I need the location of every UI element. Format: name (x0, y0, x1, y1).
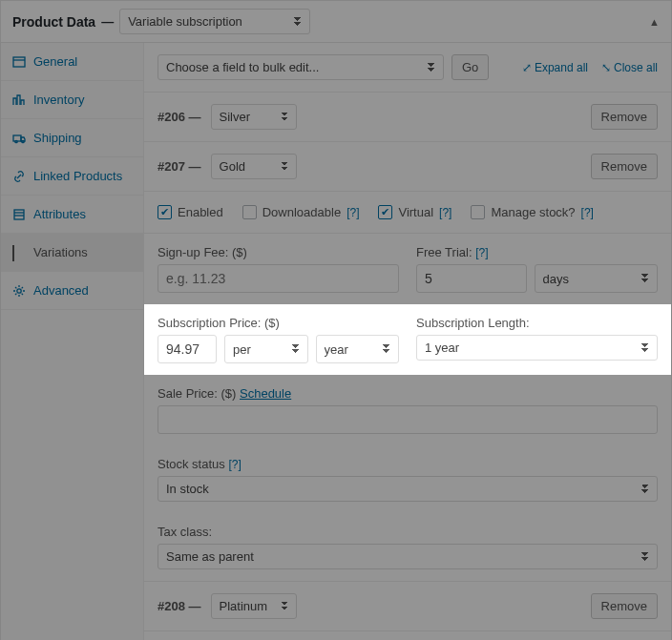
panel-title: Product Data (12, 14, 95, 30)
panel-header: Product Data — Variable subscription ▲ (1, 1, 671, 43)
svg-point-8 (17, 288, 21, 292)
help-icon[interactable]: [?] (228, 458, 241, 471)
inventory-icon (12, 93, 26, 107)
virtual-checkbox[interactable]: ✔Virtual [?] (378, 205, 452, 219)
signup-fee-field: Sign-up Fee: ($) (158, 245, 399, 293)
sale-price-label: Sale Price: ($) Schedule (158, 386, 658, 401)
remove-variation-button[interactable]: Remove (591, 593, 658, 619)
subscription-price-input[interactable] (158, 335, 217, 363)
bulk-go-button[interactable]: Go (452, 54, 489, 80)
downloadable-checkbox[interactable]: Downloadable [?] (242, 205, 360, 219)
tab-shipping[interactable]: Shipping (1, 119, 143, 157)
sale-price-input[interactable] (158, 405, 658, 434)
defaults-row: Defaults: [?] No default Level... Link a… (144, 631, 671, 640)
variation-id: #208 — (158, 599, 201, 613)
attributes-icon (12, 208, 26, 221)
subscription-per-select[interactable]: per (224, 335, 308, 363)
variation-207-body: ✔Enabled Downloadable [?] ✔Virtual [?] M… (144, 192, 671, 582)
linked-icon (12, 170, 26, 183)
tax-class-field: Tax class: Same as parent (144, 513, 671, 581)
variations-main: Choose a field to bulk edit... Go ⤢Expan… (144, 43, 671, 640)
tab-inventory[interactable]: Inventory (1, 81, 143, 119)
sale-price-field: Sale Price: ($) Schedule (144, 375, 671, 445)
tab-general[interactable]: General (1, 43, 143, 81)
stock-status-select[interactable]: In stock (158, 476, 658, 502)
shipping-icon (12, 132, 26, 145)
free-trial-label: Free Trial: [?] (416, 245, 658, 259)
expand-all-link[interactable]: ⤢Expand all (522, 61, 588, 74)
subscription-price-field: Subscription Price: ($) per year (158, 316, 399, 363)
variation-row-207[interactable]: #207 — Gold Remove (144, 142, 671, 192)
subscription-length-field: Subscription Length: 1 year (416, 316, 658, 363)
expand-icon: ⤢ (522, 61, 532, 74)
variations-icon (12, 246, 26, 259)
stock-status-field: Stock status [?] In stock (144, 445, 671, 513)
signup-freetrial-row: Sign-up Fee: ($) Free Trial: [?] days (144, 234, 671, 304)
subscription-price-length-row: Subscription Price: ($) per year Subscri… (144, 304, 671, 375)
panel-body: General Inventory Shipping Linked Produc… (1, 43, 671, 640)
variation-id: #207 — (158, 159, 201, 174)
tabs-sidebar: General Inventory Shipping Linked Produc… (1, 43, 144, 640)
panel-collapse-toggle[interactable]: ▲ (649, 16, 660, 28)
variation-attr-select[interactable]: Silver (211, 104, 297, 130)
product-data-panel-wrapper: Product Data — Variable subscription ▲ G… (0, 0, 672, 640)
bulk-edit-select[interactable]: Choose a field to bulk edit... (158, 54, 444, 80)
tab-label: Advanced (33, 283, 89, 298)
advanced-icon (12, 284, 26, 298)
tab-variations[interactable]: Variations (1, 234, 143, 272)
title-separator: — (101, 14, 114, 29)
expand-links: ⤢Expand all ⤡Close all (522, 61, 658, 74)
subscription-length-select[interactable]: 1 year (416, 335, 658, 361)
variation-attr-select[interactable]: Gold (211, 154, 297, 179)
signup-fee-label: Sign-up Fee: ($) (158, 245, 399, 259)
tab-label: General (33, 54, 77, 69)
stock-status-label: Stock status [?] (158, 457, 658, 471)
close-all-link[interactable]: ⤡Close all (601, 61, 658, 74)
free-trial-unit-select[interactable]: days (535, 264, 659, 293)
variation-attr-select[interactable]: Platinum (211, 593, 297, 619)
subscription-unit-select[interactable]: year (316, 335, 400, 363)
schedule-link[interactable]: Schedule (240, 386, 291, 401)
bulk-edit-toolbar: Choose a field to bulk edit... Go ⤢Expan… (144, 43, 671, 93)
enabled-checkbox[interactable]: ✔Enabled (158, 205, 223, 219)
tab-label: Linked Products (33, 169, 122, 183)
tax-class-select[interactable]: Same as parent (158, 544, 658, 569)
variation-id: #206 — (158, 110, 201, 124)
tab-advanced[interactable]: Advanced (1, 272, 143, 310)
manage-stock-checkbox[interactable]: Manage stock? [?] (471, 205, 594, 219)
tab-linked-products[interactable]: Linked Products (1, 157, 143, 196)
tab-label: Inventory (33, 93, 84, 107)
subscription-price-label: Subscription Price: ($) (158, 316, 399, 330)
svg-rect-5 (14, 210, 24, 219)
remove-variation-button[interactable]: Remove (591, 154, 658, 179)
help-icon[interactable]: [?] (439, 206, 452, 219)
collapse-icon: ⤡ (601, 61, 611, 74)
svg-rect-0 (13, 57, 25, 67)
tab-label: Shipping (33, 131, 82, 145)
free-trial-field: Free Trial: [?] days (416, 245, 658, 293)
product-data-panel: Product Data — Variable subscription ▲ G… (0, 0, 672, 640)
tab-attributes[interactable]: Attributes (1, 196, 143, 234)
product-type-select[interactable]: Variable subscription (119, 9, 310, 34)
subscription-length-label: Subscription Length: (416, 316, 658, 330)
tab-label: Attributes (33, 207, 86, 221)
variation-row-206[interactable]: #206 — Silver Remove (144, 93, 671, 142)
signup-fee-input[interactable] (158, 264, 399, 293)
variation-options-row: ✔Enabled Downloadable [?] ✔Virtual [?] M… (144, 192, 671, 234)
variation-row-208[interactable]: #208 — Platinum Remove (144, 582, 671, 631)
free-trial-input[interactable] (416, 264, 527, 293)
tax-class-label: Tax class: (158, 525, 658, 539)
remove-variation-button[interactable]: Remove (591, 104, 658, 130)
help-icon[interactable]: [?] (581, 206, 594, 219)
general-icon (12, 55, 26, 69)
help-icon[interactable]: [?] (346, 206, 359, 219)
tab-label: Variations (33, 245, 88, 259)
help-icon[interactable]: [?] (475, 246, 488, 259)
